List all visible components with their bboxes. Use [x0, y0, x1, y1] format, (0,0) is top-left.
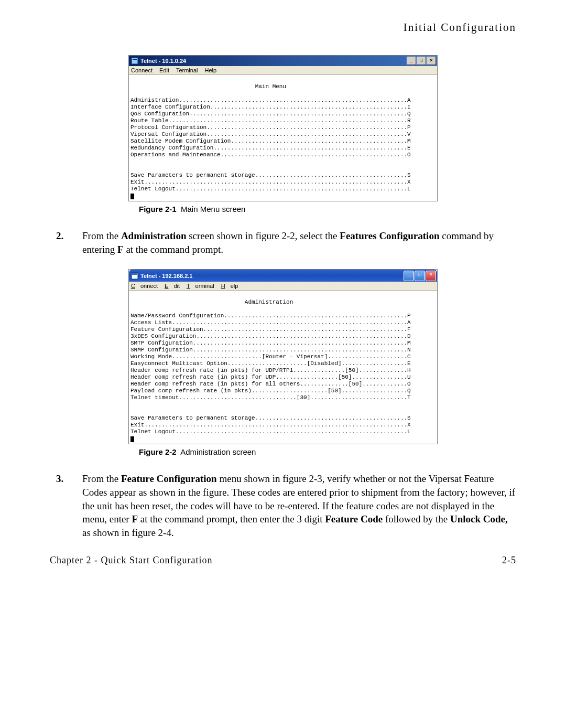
titlebar-2: Telnet - 192.168.2.1 _ □ ×: [129, 270, 437, 282]
menu-connect[interactable]: Connect: [131, 67, 153, 73]
telnet1-title: Telnet - 10.1.0.24: [140, 58, 186, 64]
menubar-2: Connect Edit Terminal Help: [129, 282, 437, 291]
step-2: 2. From the Administration screen shown …: [50, 229, 516, 256]
menu-terminal[interactable]: Terminal: [176, 67, 198, 73]
menu-terminal[interactable]: Terminal: [187, 283, 214, 289]
minimize-button[interactable]: _: [407, 57, 416, 65]
footer-right: 2-5: [502, 555, 516, 566]
telnet-icon: [131, 272, 138, 280]
close-button[interactable]: ×: [427, 57, 436, 65]
menu-connect[interactable]: Connect: [131, 283, 158, 289]
menu-edit[interactable]: Edit: [159, 67, 169, 73]
maximize-button[interactable]: □: [417, 57, 426, 65]
footer-left: Chapter 2 - Quick Start Configuration: [50, 555, 212, 566]
telnet2-title: Telnet - 192.168.2.1: [140, 273, 192, 279]
telnet-window-1: Telnet - 10.1.0.24 _ □ × Connect Edit Te…: [128, 55, 438, 201]
telnet-window-2: Telnet - 192.168.2.1 _ □ × Connect Edit …: [128, 269, 438, 444]
terminal-2[interactable]: Administration Name/Password Configurati…: [129, 291, 437, 444]
telnet-icon: [131, 57, 138, 65]
menu-edit[interactable]: Edit: [165, 283, 180, 289]
figure-2-1-caption: Figure 2-1 Main Menu screen: [139, 205, 516, 213]
page-header: Initial Configuration: [50, 21, 516, 34]
step-3: 3. From the Feature Configuration menu s…: [50, 472, 516, 539]
minimize-button[interactable]: _: [404, 271, 414, 281]
maximize-button[interactable]: □: [415, 271, 425, 281]
menu-help[interactable]: Help: [205, 67, 217, 73]
svg-rect-3: [132, 273, 137, 275]
svg-rect-1: [133, 59, 137, 60]
page-footer: Chapter 2 - Quick Start Configuration 2-…: [50, 555, 516, 566]
menubar-1: Connect Edit Terminal Help: [129, 66, 437, 75]
figure-2-2-caption: Figure 2-2 Administration screen: [139, 447, 516, 456]
svg-rect-0: [132, 58, 138, 64]
menu-help[interactable]: Help: [221, 283, 238, 289]
close-button[interactable]: ×: [426, 271, 436, 281]
titlebar-1: Telnet - 10.1.0.24 _ □ ×: [129, 56, 437, 66]
terminal-1[interactable]: Main Menu Administration................…: [129, 75, 437, 201]
